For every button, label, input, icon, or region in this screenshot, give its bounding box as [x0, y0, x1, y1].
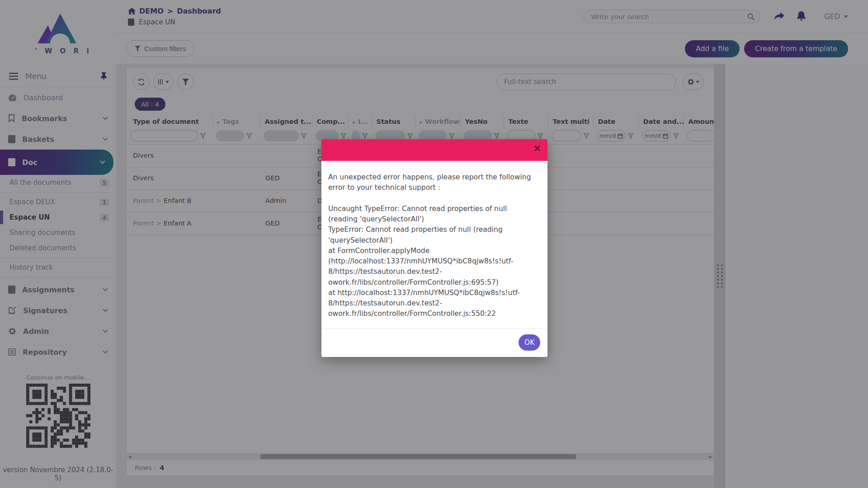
close-icon[interactable]: ×: [533, 144, 541, 153]
ok-button[interactable]: OK: [519, 334, 540, 351]
error-modal-footer: OK: [321, 328, 547, 357]
error-modal: × An unexpected error happens, please re…: [321, 139, 547, 357]
error-modal-header: ×: [321, 139, 547, 161]
error-message: An unexpected error happens, please repo…: [321, 161, 547, 328]
